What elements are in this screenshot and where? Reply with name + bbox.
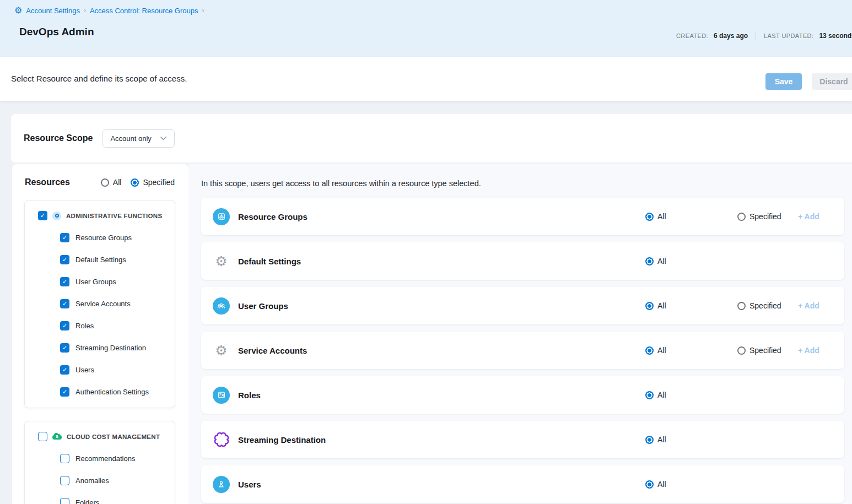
resources-all-radio[interactable]: All	[101, 178, 122, 187]
resource-row: User Groups All Specified + Add	[201, 287, 844, 324]
page-title: DevOps Admin	[19, 26, 94, 38]
resource-row: Users All	[201, 465, 844, 503]
resource-row: Streaming Destination All	[201, 421, 844, 458]
radio-icon[interactable]	[645, 213, 654, 221]
radio-icon[interactable]	[737, 213, 746, 221]
breadcrumb-account-settings[interactable]: Account Settings	[26, 7, 80, 15]
breadcrumb-access-control[interactable]: Access Control: Resource Groups	[90, 7, 198, 15]
scope-main-panel: In this scope, users get access to all r…	[188, 164, 852, 504]
check-item-label: Resource Groups	[76, 234, 132, 242]
settings-gear-icon: ⚙	[215, 254, 227, 268]
checkbox[interactable]	[38, 432, 47, 441]
radio-icon[interactable]	[645, 391, 654, 399]
all-radio[interactable]: All	[645, 391, 737, 399]
resources-sidebar: Resources All Specified ✓ ADMINISTRATIVE…	[12, 164, 188, 504]
created-updated-meta: CREATED: 6 days ago LAST UPDATED: 13 sec…	[676, 31, 852, 40]
resource-row: Roles All	[201, 376, 844, 414]
radio-icon[interactable]	[131, 178, 139, 187]
resource-row: ⚙ Service Accounts All Specified + Add	[201, 332, 844, 369]
chevron-down-icon	[160, 137, 166, 140]
check-item-label: Streaming Destination	[76, 344, 146, 352]
radio-icon[interactable]	[645, 480, 654, 489]
radio-label: All	[657, 301, 666, 310]
resource-row-label: User Groups	[238, 301, 645, 311]
all-radio[interactable]: All	[645, 480, 737, 489]
resource-row-label: Default Settings	[238, 257, 645, 266]
group-header: $ CLOUD COST MANAGEMENT	[38, 432, 169, 441]
resource-scope-dropdown[interactable]: Account only	[103, 129, 175, 148]
add-button[interactable]: + Add	[798, 346, 819, 355]
checkbox[interactable]: ✓	[60, 387, 69, 397]
radio-icon[interactable]	[737, 346, 746, 355]
specified-radio[interactable]: Specified	[737, 346, 798, 355]
check-item-label: Users	[76, 366, 94, 374]
checkbox[interactable]: ✓	[60, 321, 69, 330]
streaming-destination-icon	[214, 432, 229, 447]
add-button[interactable]: + Add	[798, 301, 819, 310]
checkbox[interactable]	[60, 454, 69, 463]
resource-checkbox-item[interactable]: ✓ Streaming Destination	[60, 343, 169, 353]
radio-icon[interactable]	[737, 302, 746, 310]
resource-checkbox-item[interactable]: ✓ Default Settings	[60, 255, 169, 264]
checkbox[interactable]: ✓	[38, 211, 47, 220]
all-radio[interactable]: All	[645, 346, 737, 355]
resource-row-label: Resource Groups	[238, 212, 645, 221]
created-label: CREATED:	[676, 32, 708, 39]
checkbox[interactable]	[60, 498, 69, 504]
radio-label: Specified	[749, 212, 781, 221]
specified-radio[interactable]: Specified	[737, 212, 798, 221]
checkbox[interactable]: ✓	[60, 277, 69, 286]
users-icon	[213, 476, 230, 493]
all-radio[interactable]: All	[645, 301, 737, 310]
group-title: ADMINISTRATIVE FUNCTIONS	[66, 213, 162, 219]
checkbox[interactable]: ✓	[60, 365, 69, 375]
checkbox[interactable]: ✓	[60, 233, 69, 242]
check-item-label: Service Accounts	[76, 300, 131, 308]
radio-label: All	[113, 178, 122, 187]
discard-button[interactable]: Discard	[812, 73, 852, 90]
add-button[interactable]: + Add	[798, 212, 819, 221]
specified-radio[interactable]: Specified	[737, 301, 798, 310]
resource-checkbox-item[interactable]: Anomalies	[60, 476, 169, 485]
resource-checkbox-item[interactable]: ✓ Authentication Settings	[60, 387, 169, 397]
all-radio[interactable]: All	[645, 212, 737, 221]
all-radio[interactable]: All	[645, 435, 737, 444]
checkbox[interactable]: ✓	[60, 299, 69, 308]
resource-scope-value: Account only	[110, 134, 151, 143]
checkbox[interactable]	[60, 476, 69, 485]
all-radio[interactable]: All	[645, 257, 737, 265]
resource-checkbox-item[interactable]: ✓ User Groups	[60, 277, 169, 286]
check-item-label: User Groups	[76, 278, 116, 286]
resource-checkbox-item[interactable]: ✓ Service Accounts	[60, 299, 169, 308]
resources-specified-radio[interactable]: Specified	[131, 178, 175, 187]
radio-label: All	[657, 480, 666, 489]
settings-gear-icon: ⚙	[14, 6, 22, 15]
resource-row-label: Users	[238, 480, 645, 489]
resource-row: ⚙ Default Settings All	[201, 242, 844, 280]
radio-icon[interactable]	[101, 178, 109, 187]
resource-group-card: ✓ ADMINISTRATIVE FUNCTIONS ✓ Resource Gr…	[24, 200, 175, 408]
radio-icon[interactable]	[645, 346, 654, 355]
resource-checkbox-item[interactable]: ✓ Resource Groups	[60, 233, 169, 242]
radio-icon[interactable]	[645, 436, 654, 444]
last-updated-value: 13 seconds ago	[819, 32, 852, 40]
resource-checkbox-item[interactable]: Folders	[60, 498, 169, 504]
checkbox[interactable]: ✓	[60, 255, 69, 264]
radio-label: Specified	[143, 178, 175, 187]
user-groups-icon	[213, 297, 230, 315]
radio-icon[interactable]	[645, 302, 654, 310]
settings-gear-icon: ⚙	[215, 344, 227, 357]
resource-checkbox-item[interactable]: Recommendations	[60, 454, 169, 463]
resource-checkbox-item[interactable]: ✓ Roles	[60, 321, 169, 330]
save-button[interactable]: Save	[765, 73, 802, 90]
group-header: ✓ ADMINISTRATIVE FUNCTIONS	[38, 211, 169, 220]
radio-label: All	[657, 435, 666, 444]
last-updated-label: LAST UPDATED:	[764, 32, 813, 39]
scope-intro-text: In this scope, users get access to all r…	[201, 179, 844, 188]
radio-label: Specified	[749, 301, 781, 310]
action-toolbar: Select Resource and define its scope of …	[0, 57, 852, 101]
resource-checkbox-item[interactable]: ✓ Users	[60, 365, 169, 375]
radio-icon[interactable]	[645, 257, 654, 265]
check-item-label: Recommendations	[76, 454, 135, 463]
checkbox[interactable]: ✓	[60, 343, 69, 353]
